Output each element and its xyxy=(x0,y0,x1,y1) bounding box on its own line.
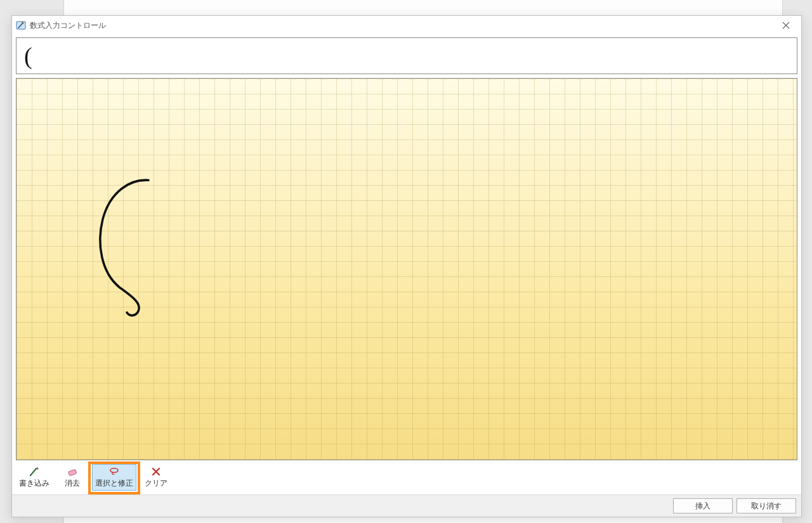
app-icon xyxy=(16,20,26,30)
eraser-icon xyxy=(67,466,78,477)
dialog-button-bar: 挿入 取り消す xyxy=(12,494,801,517)
svg-point-2 xyxy=(110,468,118,472)
insert-button[interactable]: 挿入 xyxy=(673,498,733,513)
ink-strokes xyxy=(16,79,797,460)
select-tool[interactable]: 選択と修正 xyxy=(92,464,136,491)
erase-tool[interactable]: 消去 xyxy=(54,464,91,491)
window-title: 数式入力コントロール xyxy=(30,20,106,31)
pen-icon xyxy=(29,466,40,477)
parent-window-strip-bottom xyxy=(63,517,783,523)
select-tool-label: 選択と修正 xyxy=(95,478,133,489)
cancel-button-label: 取り消す xyxy=(751,501,782,512)
close-button[interactable] xyxy=(773,16,799,34)
write-tool[interactable]: 書き込み xyxy=(16,464,53,491)
write-tool-label: 書き込み xyxy=(19,478,49,489)
formula-preview: ( xyxy=(16,37,797,74)
erase-tool-label: 消去 xyxy=(65,478,80,489)
ink-canvas[interactable] xyxy=(16,78,797,460)
svg-rect-1 xyxy=(68,469,77,475)
titlebar[interactable]: 数式入力コントロール xyxy=(12,16,801,35)
formula-preview-text: ( xyxy=(24,42,32,70)
clear-tool[interactable]: クリア xyxy=(138,464,174,491)
tool-row: 書き込み 消去 選択と修正 xyxy=(12,463,801,494)
parent-window-strip-top xyxy=(63,0,783,15)
cancel-button[interactable]: 取り消す xyxy=(737,498,796,513)
insert-button-label: 挿入 xyxy=(695,501,710,512)
clear-tool-label: クリア xyxy=(145,478,167,489)
lasso-icon xyxy=(108,466,120,477)
math-input-dialog: 数式入力コントロール ( 書き込み xyxy=(11,15,802,517)
close-icon xyxy=(782,22,790,29)
clear-icon xyxy=(150,466,162,477)
